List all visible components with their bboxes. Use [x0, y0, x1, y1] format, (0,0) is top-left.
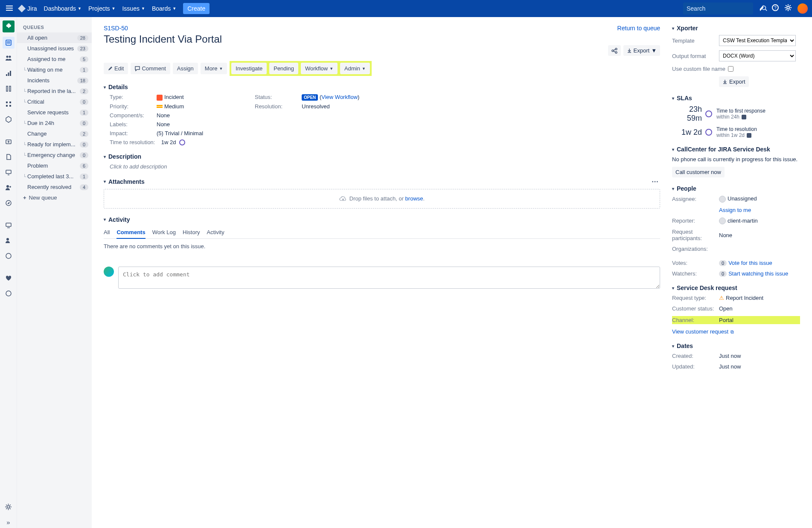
xporter-toggle[interactable]: ▾Xporter	[672, 25, 800, 32]
slas-toggle[interactable]: ▾SLAs	[672, 95, 800, 102]
queue-item[interactable]: Assigned to me5	[17, 54, 92, 64]
compass2-icon[interactable]	[3, 250, 15, 262]
admin-button[interactable]: Admin ▼	[340, 63, 370, 74]
warning-icon: ⚠	[719, 295, 724, 301]
view-workflow-link[interactable]: View Workflow	[321, 94, 358, 100]
config-icon[interactable]	[3, 113, 15, 125]
svg-point-7	[787, 6, 789, 9]
watchers-count: 0	[719, 271, 727, 277]
template-select[interactable]: CSW Test Execution Template Docx	[719, 35, 796, 46]
svg-point-38	[615, 48, 617, 50]
nav-dashboards[interactable]: Dashboards▼	[44, 5, 81, 12]
queue-item[interactable]: Unassigned issues23	[17, 43, 92, 54]
tab-history[interactable]: History	[183, 226, 200, 238]
queue-item[interactable]: └Ready for implem...0	[17, 139, 92, 150]
queue-item[interactable]: Recently resolved4	[17, 182, 92, 192]
issue-key-link[interactable]: S1SD-50	[104, 25, 128, 32]
compass3-icon[interactable]	[3, 287, 15, 299]
queue-item[interactable]: Service requests1	[17, 107, 92, 118]
return-to-queue-link[interactable]: Return to queue	[617, 25, 660, 32]
nav-boards[interactable]: Boards▼	[152, 5, 176, 12]
heart-icon[interactable]	[3, 272, 15, 284]
export-button[interactable]: Export ▼	[623, 45, 660, 56]
queue-item[interactable]: └Waiting on me1	[17, 64, 92, 75]
search-input[interactable]	[687, 5, 761, 12]
custom-filename-checkbox[interactable]	[728, 66, 733, 72]
investigate-button[interactable]: Investigate	[231, 63, 267, 74]
search-box[interactable]	[683, 3, 753, 15]
tab-work-log[interactable]: Work Log	[152, 226, 176, 238]
reporter-label: Reporter:	[672, 218, 719, 224]
svg-rect-13	[6, 74, 7, 76]
comment-input[interactable]	[118, 267, 660, 289]
queue-item[interactable]: All open28	[17, 32, 92, 43]
pending-button[interactable]: Pending	[269, 63, 298, 74]
dates-toggle[interactable]: ▾Dates	[672, 342, 800, 349]
queue-item[interactable]: └Completed last 3...1	[17, 171, 92, 182]
gear-icon[interactable]	[3, 501, 15, 513]
user-avatar[interactable]	[797, 3, 808, 14]
description-placeholder[interactable]: Click to add description	[110, 163, 660, 170]
project-icon[interactable]	[3, 20, 15, 32]
call-customer-button[interactable]: Call customer now	[672, 167, 725, 177]
queue-item[interactable]: └Due in 24h0	[17, 118, 92, 128]
reports-icon[interactable]	[3, 67, 15, 79]
share-button[interactable]	[608, 45, 621, 56]
comment-button[interactable]: Comment	[131, 63, 170, 74]
compass-icon[interactable]	[3, 197, 15, 209]
phone-icon[interactable]	[3, 83, 15, 95]
tab-all[interactable]: All	[104, 226, 110, 238]
activity-section-toggle[interactable]: ▾Activity	[104, 216, 660, 223]
assign-to-me-link[interactable]: Assign to me	[719, 207, 751, 213]
assign-button[interactable]: Assign	[173, 63, 198, 74]
queue-item[interactable]: Incidents18	[17, 75, 92, 86]
vote-link[interactable]: Vote for this issue	[728, 260, 772, 266]
svg-line-41	[614, 49, 615, 50]
more-button[interactable]: More ▼	[201, 63, 227, 74]
edit-button[interactable]: Edit	[104, 63, 128, 74]
watch-link[interactable]: Start watching this issue	[728, 270, 788, 277]
sdrequest-toggle[interactable]: ▾Service Desk request	[672, 284, 800, 291]
user-add-icon[interactable]	[3, 182, 15, 194]
screen-icon[interactable]	[3, 166, 15, 178]
user-icon[interactable]	[3, 235, 15, 247]
customers-icon[interactable]	[3, 52, 15, 64]
attachments-section-toggle[interactable]: ▾Attachments⋯	[104, 177, 660, 186]
app-switcher-icon[interactable]	[4, 5, 15, 13]
create-button[interactable]: Create	[183, 3, 210, 14]
queue-item[interactable]: └Emergency change0	[17, 150, 92, 160]
workflow-button[interactable]: Workflow ▼	[301, 63, 338, 74]
description-section-toggle[interactable]: ▾Description	[104, 153, 660, 160]
nav-issues[interactable]: Issues▼	[122, 5, 145, 12]
monitor-icon[interactable]	[3, 219, 15, 231]
view-customer-request-link[interactable]: View customer request ⧉	[672, 328, 734, 335]
created-label: Created:	[672, 353, 719, 359]
new-queue-button[interactable]: +New queue	[17, 192, 92, 203]
ttr-label: Time to resolution:	[110, 139, 157, 146]
svg-point-37	[7, 505, 10, 508]
tab-comments[interactable]: Comments	[116, 226, 145, 239]
attachment-dropzone[interactable]: Drop files to attach, or browse.	[104, 189, 660, 209]
add-shortcut-icon[interactable]	[3, 136, 15, 148]
browse-link[interactable]: browse	[405, 195, 423, 202]
details-section-toggle[interactable]: ▾Details	[104, 84, 660, 90]
format-select[interactable]: DOCX (Word)	[719, 50, 796, 61]
help-icon[interactable]: ?	[772, 4, 779, 13]
page-icon[interactable]	[3, 151, 15, 163]
attachments-more-icon[interactable]: ⋯	[652, 177, 660, 186]
people-toggle[interactable]: ▾People	[672, 185, 800, 192]
tab-activity[interactable]: Activity	[207, 226, 224, 238]
xporter-export-button[interactable]: Export	[719, 76, 749, 87]
queue-item[interactable]: └Reported in the la...2	[17, 86, 92, 96]
queues-icon[interactable]	[3, 37, 15, 49]
jira-logo[interactable]: Jira	[18, 5, 37, 12]
settings-icon[interactable]	[785, 4, 792, 13]
collapse-icon[interactable]: »	[3, 516, 15, 528]
notifications-icon[interactable]	[759, 4, 766, 13]
nav-projects[interactable]: Projects▼	[88, 5, 116, 12]
queue-item[interactable]: Problem6	[17, 160, 92, 171]
grid-icon[interactable]	[3, 98, 15, 110]
queue-item[interactable]: └Critical0	[17, 96, 92, 107]
queue-item[interactable]: Change2	[17, 128, 92, 139]
callcenter-toggle[interactable]: ▾CallCenter for JIRA Service Desk	[672, 146, 800, 153]
